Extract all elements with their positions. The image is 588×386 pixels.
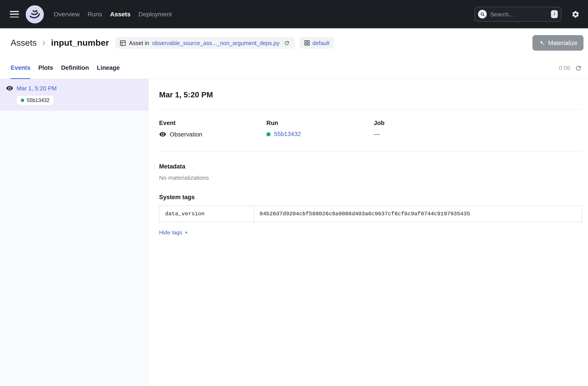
asset-tabs-row: Events Plots Definition Lineage 0:06 bbox=[0, 57, 588, 79]
fact-event: Event Observation bbox=[159, 120, 266, 138]
asset-definition-chip: Asset in observable_source_ass..._non_ar… bbox=[115, 37, 294, 49]
run-id-link[interactable]: 55b13432 bbox=[274, 131, 301, 138]
fact-job-value: — bbox=[374, 131, 380, 138]
sparkle-icon bbox=[538, 40, 545, 46]
reload-definitions-icon[interactable] bbox=[284, 40, 290, 46]
tag-value-cell: 84b26d7d9204cbf588026c8a9886d403a6c9637c… bbox=[254, 206, 582, 222]
eye-icon bbox=[6, 84, 13, 92]
fact-run-label: Run bbox=[266, 120, 374, 126]
hide-tags-label: Hide tags bbox=[159, 229, 182, 235]
refresh-timer: 0:06 bbox=[559, 65, 570, 72]
event-list-sidebar: Mar 1, 5:20 PM 55b13432 bbox=[0, 79, 148, 386]
primary-nav: Overview Runs Assets Deployment bbox=[54, 11, 172, 18]
event-timestamp: Mar 1, 5:20 PM bbox=[17, 85, 57, 92]
table-icon bbox=[120, 40, 126, 46]
nav-right-cluster: / bbox=[475, 7, 580, 22]
page-title: input_number bbox=[51, 38, 109, 48]
asset-definition-file-link[interactable]: observable_source_ass..._non_argument_de… bbox=[152, 40, 279, 46]
materialize-button[interactable]: Materialize bbox=[532, 35, 584, 51]
event-detail-title: Mar 1, 5:20 PM bbox=[159, 90, 582, 99]
materialize-button-label: Materialize bbox=[548, 40, 577, 46]
dagster-logo-icon[interactable] bbox=[26, 5, 44, 23]
breadcrumb-assets-link[interactable]: Assets bbox=[11, 38, 37, 48]
event-list-item[interactable]: Mar 1, 5:20 PM 55b13432 bbox=[0, 79, 148, 111]
event-detail-panel: Mar 1, 5:20 PM Event Observation Run bbox=[148, 79, 588, 386]
fact-event-label: Event bbox=[159, 120, 266, 126]
dagster-app: Overview Runs Assets Deployment / bbox=[0, 0, 588, 386]
asset-group-icon bbox=[304, 40, 310, 46]
search-input[interactable] bbox=[490, 11, 548, 18]
search-box[interactable]: / bbox=[475, 7, 562, 22]
asset-group-chip[interactable]: default bbox=[299, 37, 334, 49]
divider bbox=[159, 151, 582, 152]
metadata-section: Metadata No materializations bbox=[159, 163, 582, 181]
events-body: Mar 1, 5:20 PM 55b13432 Mar 1, 5:20 PM E… bbox=[0, 79, 588, 386]
system-tags-heading: System tags bbox=[159, 194, 582, 201]
chevron-right-icon bbox=[41, 40, 47, 46]
search-icon bbox=[478, 10, 487, 18]
run-status-dot bbox=[21, 99, 24, 102]
refresh-cluster: 0:06 bbox=[559, 57, 582, 79]
search-shortcut-key: / bbox=[551, 10, 558, 18]
table-row: data_version 84b26d7d9204cbf588026c8a988… bbox=[159, 206, 582, 222]
tab-events[interactable]: Events bbox=[11, 57, 30, 79]
event-facts: Event Observation Run 55b13432 bbox=[159, 120, 582, 138]
fact-job-label: Job bbox=[374, 120, 582, 126]
breadcrumb: Assets input_number bbox=[11, 38, 109, 48]
divider bbox=[159, 109, 582, 110]
refresh-icon[interactable] bbox=[575, 64, 582, 72]
tab-definition[interactable]: Definition bbox=[61, 57, 89, 79]
caret-up-icon: ▲ bbox=[185, 230, 188, 234]
nav-item-runs[interactable]: Runs bbox=[88, 11, 102, 18]
metadata-heading: Metadata bbox=[159, 163, 582, 170]
tab-plots[interactable]: Plots bbox=[39, 57, 53, 79]
fact-job: Job — bbox=[374, 120, 582, 138]
nav-item-overview[interactable]: Overview bbox=[54, 11, 80, 18]
nav-item-assets[interactable]: Assets bbox=[110, 11, 130, 18]
run-chip-id: 55b13432 bbox=[27, 97, 49, 103]
tab-lineage[interactable]: Lineage bbox=[97, 57, 120, 79]
menu-icon[interactable] bbox=[10, 11, 19, 18]
nav-item-deployment[interactable]: Deployment bbox=[139, 11, 172, 18]
eye-icon bbox=[159, 131, 166, 138]
system-tags-section: System tags data_version 84b26d7d9204cbf… bbox=[159, 194, 582, 236]
gear-icon[interactable] bbox=[571, 10, 580, 18]
event-row: Mar 1, 5:20 PM bbox=[6, 84, 142, 92]
run-status-dot bbox=[266, 132, 271, 136]
asset-header: Assets input_number Asset in observable_… bbox=[0, 28, 588, 57]
asset-tabs: Events Plots Definition Lineage bbox=[11, 57, 120, 79]
system-tags-table: data_version 84b26d7d9204cbf588026c8a988… bbox=[159, 205, 582, 222]
asset-chip-prefix: Asset in bbox=[129, 40, 149, 46]
hide-tags-link[interactable]: Hide tags ▲ bbox=[159, 229, 188, 235]
fact-run: Run 55b13432 bbox=[266, 120, 374, 138]
asset-group-label: default bbox=[312, 40, 329, 46]
run-chip[interactable]: 55b13432 bbox=[16, 95, 54, 105]
tag-key-cell: data_version bbox=[159, 206, 254, 222]
top-nav: Overview Runs Assets Deployment / bbox=[0, 0, 588, 28]
fact-event-value: Observation bbox=[170, 131, 202, 138]
metadata-empty-text: No materializations bbox=[159, 174, 582, 181]
